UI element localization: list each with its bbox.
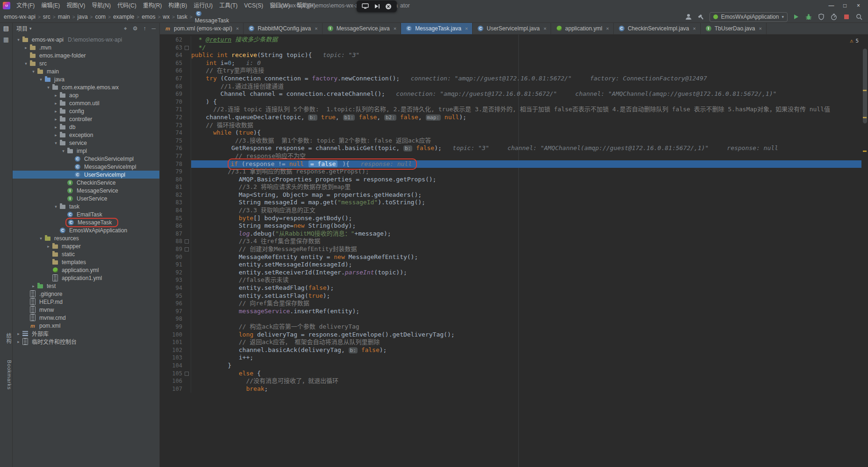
tab-close-icon[interactable]: × [315, 26, 317, 31]
code-text[interactable]: Map<String, Object> map = properties.get… [191, 191, 868, 199]
chevron-right-icon[interactable]: ▸ [15, 331, 22, 336]
breadcrumb-item[interactable]: task [177, 14, 187, 20]
chevron-down-icon[interactable]: ▾ [60, 149, 66, 153]
tree-item[interactable]: mvnw [13, 306, 159, 314]
tree-item[interactable]: ▾com.example.emos.wx [13, 83, 159, 91]
project-tool-icon[interactable]: ▤ [0, 22, 12, 34]
gutter[interactable]: 83 [160, 199, 191, 207]
chevron-right-icon[interactable]: ▸ [23, 45, 29, 50]
chevron-right-icon[interactable]: ▸ [30, 284, 36, 288]
code-text[interactable]: // 构造ack应答第一个参数 deliveryTag [191, 323, 868, 331]
code-line[interactable]: 93 //false表示未读 [160, 276, 868, 284]
tree-item[interactable]: CEmailTask [13, 210, 159, 218]
tree-item[interactable]: ▾emos-wx-apiD:\emos\emos-wx-api [13, 36, 159, 43]
project-panel-title[interactable]: 项目 [16, 24, 28, 32]
tab-close-icon[interactable]: × [544, 26, 546, 31]
code-text[interactable]: //3.3 获取响应消息的正文 [191, 207, 868, 215]
code-text[interactable]: channel.queueDeclare(topic, b: true, b1:… [191, 114, 868, 122]
code-line[interactable]: 97 messageService.insertRef(entity); [160, 308, 868, 316]
code-line[interactable]: 66 // 在try里声明连接 [160, 67, 868, 75]
code-text[interactable]: //false表示未读 [191, 276, 868, 284]
chevron-right-icon[interactable]: ▸ [53, 109, 59, 114]
code-line[interactable]: 78 if (response != null = false ){ respo… [160, 160, 868, 168]
run-button[interactable] [792, 13, 800, 21]
tree-item[interactable]: ▸外部库 [13, 330, 159, 338]
profiler-button[interactable] [830, 13, 838, 21]
editor-tab[interactable]: application.yml× [551, 22, 614, 34]
breadcrumb-item[interactable]: java [78, 14, 88, 20]
code-line[interactable]: 99 // 构造ack应答第一个参数 deliveryTag [160, 323, 868, 331]
inspections-widget[interactable]: ⚠ 5 [850, 37, 859, 44]
editor-tab[interactable]: CMessageTask.java× [401, 22, 473, 34]
code-line[interactable]: 69 Channel channel = connection.createCh… [160, 90, 868, 98]
editor-tab[interactable]: IMessageService.java× [323, 22, 402, 34]
tab-close-icon[interactable]: × [236, 26, 239, 31]
code-text[interactable]: //3.2 将响应请求头的数据存放到map里 [191, 183, 868, 191]
code-line[interactable]: 63 */ [160, 44, 868, 52]
breadcrumb-item[interactable]: emos [142, 14, 155, 20]
code-line[interactable]: 74 while (true){ [160, 129, 868, 137]
code-text[interactable]: ) { [191, 98, 868, 106]
tree-item[interactable]: emos.image-folder [13, 51, 159, 59]
code-text[interactable]: String message=new String(body); [191, 222, 868, 230]
chevron-down-icon[interactable]: ▾ [29, 26, 32, 31]
tree-item[interactable]: ▸aop [13, 91, 159, 99]
fold-marker[interactable] [185, 239, 189, 244]
hammer-icon[interactable] [697, 13, 705, 21]
gutter[interactable]: 66 [160, 67, 191, 75]
gutter[interactable]: 100 [160, 331, 191, 339]
gutter[interactable]: 87 [160, 230, 191, 238]
tree-item[interactable]: IUserService [13, 194, 159, 202]
gutter[interactable]: 82 [160, 191, 191, 199]
code-line[interactable]: 90 MessageRefEntity entity = new Message… [160, 253, 868, 261]
menu-item[interactable]: 编辑(E) [38, 0, 63, 11]
scrollbar-thumb[interactable] [863, 49, 867, 123]
gutter[interactable]: 81 [160, 183, 191, 191]
code-line[interactable]: 88 //3.4 往ref集合里保存数据 [160, 237, 868, 245]
tree-item[interactable]: CCheckinServiceImpl [13, 155, 159, 163]
menu-item[interactable]: 视图(V) [63, 0, 88, 11]
code-line[interactable]: 103 i++; [160, 354, 868, 362]
code-text[interactable]: channel.basicAck(deliveryTag, b: false); [191, 346, 868, 354]
code-line[interactable]: 96 // 向ref集合里保存数据 [160, 300, 868, 308]
editor-tab[interactable]: ITbUserDao.java× [701, 22, 767, 34]
gutter[interactable]: 71 [160, 106, 191, 114]
run-config-selector[interactable]: EmosWxApiApplication ▾ [710, 12, 788, 22]
code-line[interactable]: 80 AMQP.BasicProperties properties = res… [160, 176, 868, 184]
breadcrumb-item[interactable]: com [95, 14, 106, 20]
menu-item[interactable]: 导航(N) [88, 0, 114, 11]
window-maximize-button[interactable]: □ [838, 0, 852, 11]
gutter[interactable]: 94 [160, 284, 191, 292]
code-line[interactable]: 106 //没有消息可接收了，就退出循环 [160, 377, 868, 385]
gutter[interactable]: 106 [160, 377, 191, 385]
code-text[interactable]: entity.setReadFlag(false); [191, 284, 868, 292]
chevron-right-icon[interactable]: ▸ [15, 339, 22, 344]
gutter[interactable]: 67 [160, 75, 191, 83]
chevron-down-icon[interactable]: ▾ [38, 77, 44, 82]
code-line[interactable]: 84 //3.3 获取响应消息的正文 [160, 207, 868, 215]
code-text[interactable]: byte[] body=response.getBody(); [191, 215, 868, 223]
close-icon[interactable] [385, 3, 392, 10]
tab-close-icon[interactable]: × [693, 26, 696, 31]
code-text[interactable]: log.debug("从RabbitMQ接收的消息："+message); [191, 230, 868, 238]
gutter[interactable]: 84 [160, 207, 191, 215]
chevron-right-icon[interactable]: ▸ [53, 133, 59, 137]
code-line[interactable]: 72 channel.queueDeclare(topic, b: true, … [160, 114, 868, 122]
tree-item[interactable]: HELP.md [13, 298, 159, 306]
code-text[interactable]: String messageId = map.get("messageId").… [191, 199, 868, 207]
code-text[interactable]: if (response != null = false ){ response… [191, 160, 868, 168]
fold-marker[interactable] [185, 372, 189, 376]
gutter[interactable]: 65 [160, 59, 191, 67]
gutter[interactable]: 96 [160, 300, 191, 308]
collapse-all-icon[interactable]: ↑ [143, 25, 146, 32]
code-line[interactable]: 105 else { [160, 370, 868, 378]
tree-item[interactable]: ▾impl [13, 147, 159, 155]
code-text[interactable]: // 返回ack应答， 框架会自动将消息从队列里删除 [191, 338, 868, 346]
editor-tab[interactable]: CRabbitMQConfig.java× [244, 22, 323, 34]
code-line[interactable]: 95 entity.setLastFlag(true); [160, 292, 868, 300]
code-text[interactable]: //3.接收数据 第1个参数: topic 第2个参数: false 返回ack… [191, 137, 868, 145]
code-text[interactable]: // 创建对象MessageRefEntity封装数据 [191, 245, 868, 253]
gutter[interactable]: 89 [160, 245, 191, 253]
search-icon[interactable] [855, 13, 863, 21]
tab-close-icon[interactable]: × [465, 26, 468, 31]
